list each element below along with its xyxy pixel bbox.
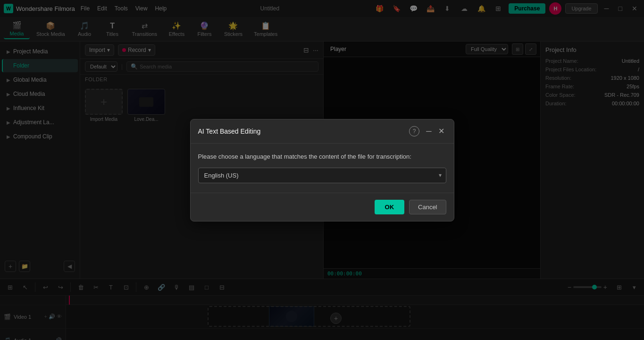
modal-title: AI Text Based Editing (198, 128, 410, 135)
modal-close-button[interactable]: ✕ (436, 127, 446, 136)
modal-minimize-button[interactable]: ─ (423, 127, 434, 136)
modal-dialog: AI Text Based Editing ? ─ ✕ Please choos… (190, 119, 454, 221)
language-select-wrapper: English (US) English (UK) Spanish French… (198, 168, 446, 183)
language-select[interactable]: English (US) English (UK) Spanish French… (198, 168, 446, 183)
modal-overlay: AI Text Based Editing ? ─ ✕ Please choos… (0, 0, 644, 340)
modal-header: AI Text Based Editing ? ─ ✕ (191, 119, 454, 144)
cancel-button[interactable]: Cancel (409, 200, 446, 214)
modal-description: Please choose a language that matches th… (198, 153, 446, 160)
modal-help-icon[interactable]: ? (409, 126, 419, 136)
modal-body: Please choose a language that matches th… (191, 144, 454, 193)
modal-footer: OK Cancel (191, 193, 454, 221)
ok-button[interactable]: OK (375, 200, 405, 214)
